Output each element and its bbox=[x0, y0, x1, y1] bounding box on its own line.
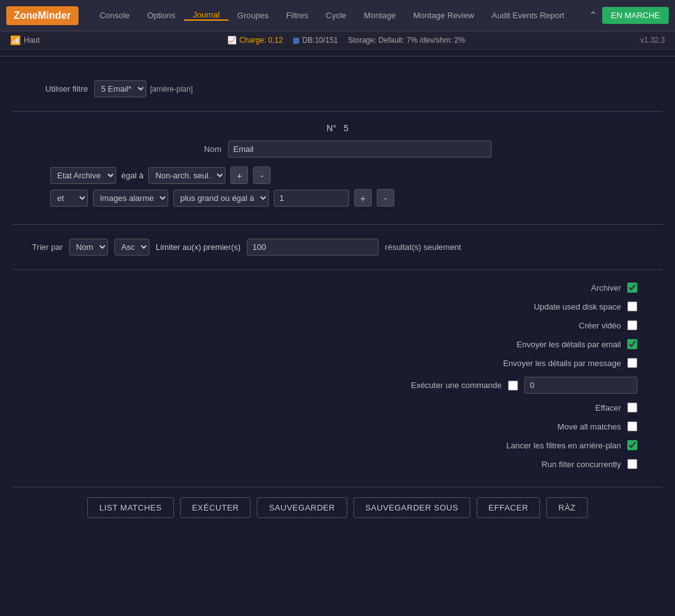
raz-button[interactable]: RÀZ bbox=[546, 497, 588, 518]
condition-row-2: et Images alarme plus grand ou égal à + … bbox=[13, 189, 662, 207]
utiliser-filtre-label: Utiliser filtre bbox=[13, 84, 88, 94]
condition1-minus-btn[interactable]: - bbox=[253, 166, 271, 184]
condition1-value-select[interactable]: Non-arch. seul. bbox=[148, 167, 225, 184]
nom-input[interactable] bbox=[228, 141, 492, 158]
trend-icon: 📈 bbox=[227, 36, 237, 45]
condition2-field-select[interactable]: Images alarme bbox=[93, 190, 168, 207]
limit-input[interactable] bbox=[247, 239, 379, 256]
main-content: Utiliser filtre 5 Email* [arrière-plan] … bbox=[0, 63, 675, 538]
version-label: v1.32.3 bbox=[640, 36, 665, 45]
update-disk-row: Update used disk space bbox=[13, 301, 662, 311]
archiver-row: Archiver bbox=[13, 283, 662, 293]
condition1-plus-btn[interactable]: + bbox=[230, 166, 248, 184]
storage-metric: Storage: Default: 7% /dev/shm: 2% bbox=[348, 36, 465, 45]
nav-audit-events[interactable]: Audit Events Report bbox=[483, 11, 573, 20]
nav-montage[interactable]: Montage bbox=[355, 11, 405, 20]
sort-row: Trier par Nom Asc Limiter au(x) premier(… bbox=[13, 231, 662, 263]
nav-filtres[interactable]: Filtres bbox=[278, 11, 317, 20]
update-disk-label: Update used disk space bbox=[458, 302, 621, 311]
conditions-area: Etat Archive égal à Non-arch. seul. + - … bbox=[13, 163, 662, 218]
executer-cmd-label: Exécuter une commande bbox=[338, 381, 502, 390]
sauvegarder-sous-button[interactable]: SAUVEGARDER SOUS bbox=[354, 497, 470, 518]
move-all-label: Move all matches bbox=[458, 422, 621, 431]
run-concurrent-row: Run filter concurrently bbox=[13, 459, 662, 469]
condition2-minus-btn[interactable]: - bbox=[377, 189, 394, 207]
envoyer-email-checkbox[interactable] bbox=[627, 339, 637, 349]
filter-select[interactable]: 5 Email* bbox=[94, 80, 146, 97]
background-badge: [arrière-plan] bbox=[150, 85, 193, 94]
status-button[interactable]: EN MARCHE bbox=[602, 7, 669, 24]
lancer-bg-checkbox[interactable] bbox=[627, 440, 637, 450]
envoyer-email-label: Envoyer les détails par email bbox=[458, 340, 621, 349]
effacer-row: Effacer bbox=[13, 403, 662, 413]
charge-value: Charge: 0,12 bbox=[239, 36, 283, 45]
creer-video-row: Créer vidéo bbox=[13, 320, 662, 330]
wifi-icon: 📶 bbox=[10, 35, 21, 45]
sauvegarder-button[interactable]: SAUVEGARDER bbox=[257, 497, 347, 518]
n-row: N° 5 bbox=[13, 118, 662, 136]
n-label: N° bbox=[327, 123, 337, 133]
nav-groupes[interactable]: Groupes bbox=[229, 11, 278, 20]
move-all-checkbox[interactable] bbox=[627, 421, 637, 431]
nav-cycle[interactable]: Cycle bbox=[317, 11, 355, 20]
executer-cmd-input[interactable] bbox=[524, 377, 637, 394]
metrics-section: 📈 Charge: 0,12 ▦ DB:10/151 Storage: Defa… bbox=[52, 36, 640, 45]
filter-select-wrapper: 5 Email* [arrière-plan] bbox=[94, 80, 193, 97]
lancer-bg-label: Lancer les filtres en arrière-plan bbox=[458, 441, 621, 450]
db-value: DB:10/151 bbox=[302, 36, 338, 45]
executer-button[interactable]: EXÉCUTER bbox=[180, 497, 251, 518]
nav-links: Console Options Journal Groupes Filtres … bbox=[91, 10, 584, 21]
effacer-checkbox[interactable] bbox=[627, 403, 637, 413]
creer-video-label: Créer vidéo bbox=[458, 321, 621, 330]
sort-field-select[interactable]: Nom bbox=[69, 239, 108, 256]
options-section: Archiver Update used disk space Créer vi… bbox=[13, 276, 662, 487]
condition1-field-select[interactable]: Etat Archive bbox=[50, 167, 116, 184]
storage-value: Storage: Default: 7% /dev/shm: 2% bbox=[348, 36, 465, 45]
nav-console[interactable]: Console bbox=[91, 11, 139, 20]
limit-label: Limiter au(x) premier(s) bbox=[156, 242, 240, 252]
name-row: Nom bbox=[13, 136, 662, 163]
condition1-operator-label: égal à bbox=[121, 171, 143, 180]
brand-logo[interactable]: ZoneMinder bbox=[6, 6, 78, 25]
db-metric: ▦ DB:10/151 bbox=[293, 36, 338, 45]
condition2-value-input[interactable] bbox=[274, 190, 349, 207]
condition2-plus-btn[interactable]: + bbox=[354, 189, 372, 207]
list-matches-button[interactable]: LIST MATCHES bbox=[87, 497, 173, 518]
db-icon: ▦ bbox=[293, 36, 300, 45]
filter-row: Utiliser filtre 5 Email* [arrière-plan] bbox=[13, 73, 662, 105]
creer-video-checkbox[interactable] bbox=[627, 320, 637, 330]
run-concurrent-label: Run filter concurrently bbox=[458, 460, 621, 469]
effacer-button[interactable]: EFFACER bbox=[477, 497, 540, 518]
lancer-bg-row: Lancer les filtres en arrière-plan bbox=[13, 440, 662, 450]
sort-order-select[interactable]: Asc bbox=[114, 239, 149, 256]
update-disk-checkbox[interactable] bbox=[627, 301, 637, 311]
nav-montage-review[interactable]: Montage Review bbox=[404, 11, 483, 20]
run-concurrent-checkbox[interactable] bbox=[627, 459, 637, 469]
executer-cmd-checkbox[interactable] bbox=[508, 381, 518, 391]
haut-section: 📶 Haut bbox=[10, 35, 40, 45]
envoyer-message-row: Envoyer les détails par message bbox=[13, 358, 662, 368]
archiver-checkbox[interactable] bbox=[627, 283, 637, 293]
effacer-label: Effacer bbox=[458, 403, 621, 413]
nav-journal[interactable]: Journal bbox=[184, 10, 229, 21]
haut-label: Haut bbox=[24, 36, 40, 45]
envoyer-message-label: Envoyer les détails par message bbox=[458, 359, 621, 368]
condition2-connector-select[interactable]: et bbox=[50, 190, 88, 207]
envoyer-email-row: Envoyer les détails par email bbox=[13, 339, 662, 349]
statusbar: 📶 Haut 📈 Charge: 0,12 ▦ DB:10/151 Storag… bbox=[0, 31, 675, 50]
condition-row-1: Etat Archive égal à Non-arch. seul. + - bbox=[13, 166, 662, 184]
charge-metric: 📈 Charge: 0,12 bbox=[227, 36, 283, 45]
nav-options[interactable]: Options bbox=[138, 11, 184, 20]
executer-cmd-row: Exécuter une commande bbox=[13, 377, 662, 394]
envoyer-message-checkbox[interactable] bbox=[627, 358, 637, 368]
condition2-operator-select[interactable]: plus grand ou égal à bbox=[173, 190, 269, 207]
bottom-buttons: LIST MATCHES EXÉCUTER SAUVEGARDER SAUVEG… bbox=[13, 487, 662, 528]
navbar: ZoneMinder Console Options Journal Group… bbox=[0, 0, 675, 31]
move-all-row: Move all matches bbox=[13, 421, 662, 431]
collapse-icon[interactable]: ⌃ bbox=[584, 9, 602, 21]
results-suffix: résultat(s) seulement bbox=[385, 242, 461, 252]
archiver-label: Archiver bbox=[458, 283, 621, 293]
n-value: 5 bbox=[343, 123, 348, 133]
trier-label: Trier par bbox=[13, 242, 63, 252]
nom-label: Nom bbox=[184, 144, 222, 154]
